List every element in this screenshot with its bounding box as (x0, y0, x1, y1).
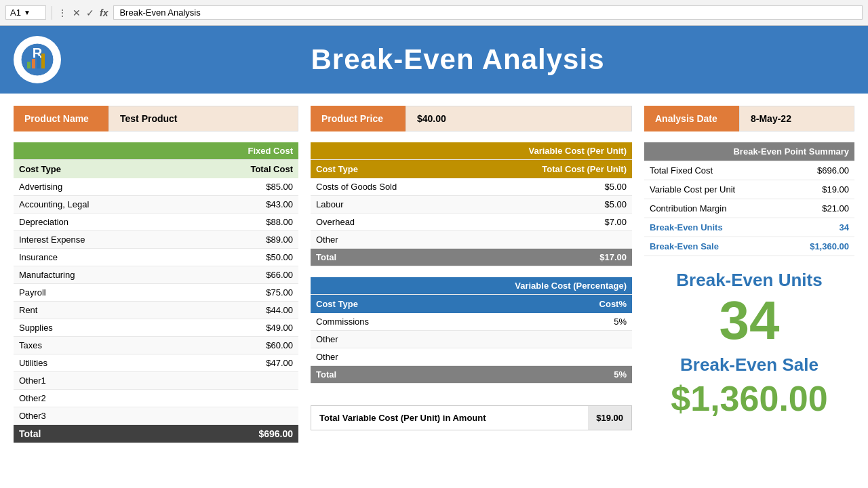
cell-reference[interactable]: A1 ▼ (5, 5, 46, 20)
var-cost-unit-total-row: Total$17.00 (311, 249, 632, 266)
bep-label: Break-Even Units (644, 218, 783, 237)
total-value: $696.00 (185, 425, 298, 443)
table-row: Payroll$75.00 (14, 284, 298, 302)
bep-value: 34 (783, 218, 854, 237)
cost-type: Depreciation (14, 214, 185, 231)
table-row: Accounting, Legal$43.00 (14, 196, 298, 214)
bep-summary-header: Break-Even Point Summary (644, 142, 854, 161)
table-row: Other3 (14, 407, 298, 425)
bep-label: Contribution Margin (644, 199, 783, 218)
cost-value: $5.00 (468, 178, 632, 196)
variable-cost-pct-header: Variable Cost (Percentage) (311, 277, 632, 295)
bep-summary-row: Break-Even Units34 (644, 218, 854, 237)
vc-unit-col-total: Total Cost (Per Unit) (468, 160, 632, 179)
bep-label: Total Fixed Cost (644, 161, 783, 180)
cell-ref-value: A1 (10, 7, 21, 18)
cost-value (185, 372, 298, 390)
cost-type: Commissions (311, 313, 511, 331)
bep-units-title: Break-Even Units (644, 270, 854, 291)
logo-svg: R (20, 43, 54, 77)
variable-cost-unit-header: Variable Cost (Per Unit) (311, 142, 632, 160)
vc-unit-col-type: Cost Type (311, 160, 468, 179)
total-label: Total (14, 425, 185, 443)
cost-type: Other (311, 331, 511, 348)
table-row: Other (311, 331, 632, 348)
cost-type: Insurance (14, 249, 185, 266)
cost-value: $44.00 (185, 302, 298, 319)
cost-value (185, 390, 298, 407)
cost-type: Advertising (14, 178, 185, 196)
product-price-value[interactable]: $40.00 (406, 106, 632, 131)
total-variable-cost-value: $19.00 (588, 406, 631, 430)
analysis-date-value[interactable]: 8-May-22 (739, 106, 854, 131)
variable-cost-unit-section: Variable Cost (Per Unit) Cost Type Total… (311, 142, 632, 266)
dropdown-icon[interactable]: ▼ (24, 9, 31, 16)
app-title: Break-Even Analysis (61, 43, 854, 76)
bep-label: Break-Even Sale (644, 237, 783, 256)
cost-type: Other3 (14, 407, 185, 425)
fixed-cost-col-total: Total Cost (185, 160, 298, 179)
separator (52, 6, 52, 20)
table-row: Costs of Goods Sold$5.00 (311, 178, 632, 196)
bep-summary-table: Break-Even Point Summary Total Fixed Cos… (644, 142, 854, 256)
fixed-cost-section: Fixed Cost Cost Type Total Cost Advertis… (14, 142, 298, 443)
app-header: R Break-Even Analysis (0, 26, 868, 94)
total-label: Total (311, 366, 511, 384)
cost-type: Other2 (14, 390, 185, 407)
cost-type: Accounting, Legal (14, 196, 185, 214)
bep-value: $696.00 (783, 161, 854, 180)
analysis-date-label: Analysis Date (644, 106, 739, 131)
cost-value: $7.00 (468, 214, 632, 231)
cost-value: $50.00 (185, 249, 298, 266)
fx-icon[interactable]: fx (100, 7, 108, 18)
vc-pct-col-type: Cost Type (311, 295, 511, 314)
logo: R (14, 36, 61, 83)
cancel-icon[interactable]: ✕ (73, 7, 81, 18)
table-row: Taxes$60.00 (14, 337, 298, 354)
cost-type: Utilities (14, 354, 185, 372)
svg-rect-2 (27, 62, 31, 68)
cost-value (468, 231, 632, 249)
variable-cost-pct-section: Variable Cost (Percentage) Cost Type Cos… (311, 277, 632, 384)
vc-pct-col-pct: Cost% (511, 295, 632, 314)
variable-cost-pct-table: Variable Cost (Percentage) Cost Type Cos… (311, 277, 632, 384)
total-value: 5% (511, 366, 632, 384)
cost-value: $85.00 (185, 178, 298, 196)
cost-value: $49.00 (185, 319, 298, 337)
var-cost-pct-total-row: Total5% (311, 366, 632, 384)
bep-summary-row: Break-Even Sale$1,360.00 (644, 237, 854, 256)
cost-value (185, 407, 298, 425)
cost-type: Labour (311, 196, 468, 214)
cost-type: Overhead (311, 214, 468, 231)
table-row: Advertising$85.00 (14, 178, 298, 196)
more-icon[interactable]: ⋮ (58, 7, 67, 18)
cost-type: Taxes (14, 337, 185, 354)
table-row: Other2 (14, 390, 298, 407)
formula-bar[interactable]: Break-Even Analysis (113, 5, 863, 20)
total-variable-cost-label: Total Variable Cost (Per Unit) in Amount (311, 406, 588, 430)
product-price-row: Product Price $40.00 (311, 106, 632, 131)
bep-value: $1,360.00 (783, 237, 854, 256)
table-row: Other (311, 231, 632, 249)
info-row: Product Name Test Product Product Price … (0, 106, 868, 142)
cost-type: Rent (14, 302, 185, 319)
cost-type: Interest Expense (14, 231, 185, 249)
bep-units-value: 34 (644, 293, 854, 348)
variable-cost-unit-table: Variable Cost (Per Unit) Cost Type Total… (311, 142, 632, 266)
cost-value: $5.00 (468, 196, 632, 214)
bep-sale-value: $1,360.00 (644, 378, 854, 419)
cost-type: Other (311, 348, 511, 366)
pct-value (511, 348, 632, 366)
analysis-date-row: Analysis Date 8-May-22 (644, 106, 854, 131)
toolbar: A1 ▼ ⋮ ✕ ✓ fx Break-Even Analysis (0, 0, 868, 26)
fixed-cost-header: Fixed Cost (14, 142, 298, 160)
pct-value: 5% (511, 313, 632, 331)
cost-type: Other1 (14, 372, 185, 390)
table-row: Interest Expense$89.00 (14, 231, 298, 249)
product-name-value[interactable]: Test Product (108, 106, 298, 131)
cost-value: $66.00 (185, 266, 298, 284)
bep-section: Break-Even Point Summary Total Fixed Cos… (644, 142, 854, 443)
table-row: Depreciation$88.00 (14, 214, 298, 231)
fixed-cost-total-row: Total$696.00 (14, 425, 298, 443)
confirm-icon[interactable]: ✓ (86, 7, 94, 18)
